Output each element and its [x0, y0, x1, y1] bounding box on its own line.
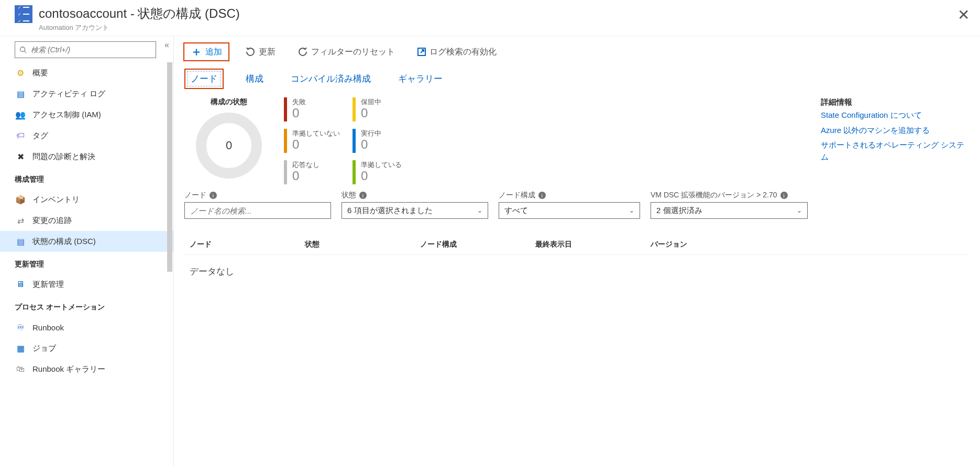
legend-pending: 保留中0	[353, 97, 402, 121]
button-label: 更新	[259, 47, 276, 58]
col-lastseen[interactable]: 最終表示日	[535, 240, 651, 249]
sidebar-item-dsc[interactable]: ▤状態の構成 (DSC)	[0, 231, 173, 252]
col-state[interactable]: 状態	[305, 240, 420, 249]
info-icon[interactable]: i	[359, 192, 367, 199]
tabs: ノード 構成 コンパイル済み構成 ギャラリー	[174, 69, 980, 89]
filter-node: ノードi	[184, 191, 331, 219]
enable-log-search-button[interactable]: ログ検索の有効化	[411, 42, 503, 61]
sidebar-item-label: 問題の診断と解決	[32, 152, 95, 162]
button-label: 追加	[205, 47, 222, 58]
toolbar: ＋追加 更新 フィルターのリセット ログ検索の有効化	[174, 36, 980, 65]
log-icon: ▤	[15, 88, 26, 99]
sidebar-item-diagnose[interactable]: ✖問題の診断と解決	[0, 146, 173, 167]
sidebar-item-runbook-gallery[interactable]: 🛍Runbook ギャラリー	[0, 359, 173, 380]
donut-total: 0	[192, 109, 266, 182]
bag-icon: 🛍	[15, 363, 26, 375]
legend-running: 実行中0	[353, 129, 402, 153]
tab-gallery[interactable]: ギャラリー	[393, 70, 448, 88]
filter-version: VM DSC 拡張機能のバージョン > 2.70i 2 個選択済み⌄	[651, 191, 808, 219]
change-icon: ⇄	[15, 215, 26, 226]
plus-icon: ＋	[191, 44, 202, 60]
version-select[interactable]: 2 個選択済み⌄	[651, 202, 808, 219]
filter-label: VM DSC 拡張機能のバージョン > 2.70	[651, 191, 777, 200]
table-header: ノード 状態 ノード構成 最終表示日 バージョン	[184, 235, 967, 254]
chevron-down-icon: ⌄	[797, 207, 802, 214]
status-legend: 失敗0 準拠していない0 応答なし0 保留中0 実行中0 準拠している0	[284, 97, 402, 184]
nodecfg-select[interactable]: すべて⌄	[499, 202, 640, 219]
legend-compliant: 準拠している0	[353, 160, 402, 184]
sidebar-item-label: 更新管理	[32, 280, 64, 290]
info-title: 詳細情報	[821, 97, 967, 107]
refresh-icon	[298, 47, 308, 57]
sidebar-item-label: タグ	[32, 131, 48, 141]
node-search-input[interactable]	[184, 202, 331, 219]
legend-noncompliant: 準拠していない0	[284, 129, 340, 153]
chevron-down-icon: ⌄	[629, 207, 634, 214]
chevron-down-icon: ⌄	[477, 207, 482, 214]
sidebar-section-process-automation: プロセス オートメーション	[0, 298, 173, 317]
status-summary: 構成の状態 0	[184, 97, 273, 184]
status-title: 構成の状態	[184, 97, 273, 107]
sidebar-search[interactable]	[15, 41, 156, 58]
tools-icon: ✖	[15, 151, 26, 162]
sidebar-item-tags[interactable]: 🏷タグ	[0, 125, 173, 146]
tab-compiled-config[interactable]: コンパイル済み構成	[285, 70, 376, 88]
sidebar-item-label: 変更の追跡	[32, 216, 72, 226]
info-link-supported-os[interactable]: サポートされるオペレーティング システム	[821, 139, 967, 163]
sidebar-item-inventory[interactable]: 📦インベントリ	[0, 189, 173, 210]
grid-icon: ▦	[15, 342, 26, 354]
sidebar-section-update-mgmt: 更新管理	[0, 255, 173, 274]
sidebar-item-overview[interactable]: ⚙概要	[0, 62, 173, 83]
info-panel: 詳細情報 State Configuration について Azure 以外のマ…	[821, 97, 967, 184]
box-icon: 📦	[15, 194, 26, 205]
people-icon: 👥	[15, 109, 26, 120]
sidebar-item-label: Runbook ギャラリー	[32, 364, 105, 374]
info-icon[interactable]: i	[538, 192, 546, 199]
filter-label: ノード	[184, 191, 206, 200]
sidebar-item-runbook[interactable]: ♾Runbook	[0, 317, 173, 338]
tab-config[interactable]: 構成	[240, 70, 269, 88]
filter-label: 状態	[342, 191, 356, 200]
sidebar-item-label: Runbook	[32, 323, 64, 332]
sidebar-section-config-mgmt: 構成管理	[0, 170, 173, 189]
page-title: contosoaccount - 状態の構成 (DSC)	[39, 5, 240, 22]
info-icon[interactable]: i	[210, 192, 217, 199]
info-icon[interactable]: i	[780, 192, 788, 199]
automation-account-icon: ✓ ✓ ✓	[15, 5, 32, 23]
filter-node-config: ノード構成i すべて⌄	[499, 191, 640, 219]
svg-line-1	[25, 51, 27, 53]
filter-state: 状態i 6 項目が選択されました⌄	[342, 191, 488, 219]
sidebar-item-label: インベントリ	[32, 195, 80, 205]
tab-nodes[interactable]: ノード	[184, 69, 224, 89]
sidebar-item-iam[interactable]: 👥アクセス制御 (IAM)	[0, 104, 173, 125]
button-label: フィルターのリセット	[311, 47, 395, 58]
nodes-table: ノード 状態 ノード構成 最終表示日 バージョン データなし	[174, 219, 980, 288]
reset-filter-button[interactable]: フィルターのリセット	[291, 42, 401, 61]
filter-bar: ノードi 状態i 6 項目が選択されました⌄ ノード構成i すべて⌄ VM DS…	[174, 184, 980, 219]
sidebar-scrollbar[interactable]	[167, 62, 172, 272]
table-empty-message: データなし	[184, 254, 967, 288]
info-link-add-nonazure[interactable]: Azure 以外のマシンを追加する	[821, 125, 967, 137]
legend-failed: 失敗0	[284, 97, 340, 121]
select-value: 6 項目が選択されました	[347, 206, 433, 216]
info-link-about[interactable]: State Configuration について	[821, 109, 967, 121]
col-node[interactable]: ノード	[190, 240, 305, 249]
sidebar-item-jobs[interactable]: ▦ジョブ	[0, 338, 173, 359]
state-select[interactable]: 6 項目が選択されました⌄	[342, 202, 488, 219]
refresh-button[interactable]: 更新	[239, 42, 282, 61]
sidebar-item-activity-log[interactable]: ▤アクティビティ ログ	[0, 83, 173, 104]
close-button[interactable]: ✕	[957, 6, 970, 24]
col-version[interactable]: バージョン	[651, 240, 745, 249]
page-subtitle: Automation アカウント	[39, 23, 240, 32]
donut-chart: 0	[192, 109, 266, 182]
sidebar-search-input[interactable]	[30, 45, 151, 54]
collapse-sidebar-button[interactable]: «	[164, 40, 169, 50]
sidebar-item-update-mgmt[interactable]: 🖥更新管理	[0, 274, 173, 295]
tag-icon: 🏷	[15, 130, 26, 141]
main-content: ＋追加 更新 フィルターのリセット ログ検索の有効化 ノード 構成 コンパイル済…	[174, 36, 980, 466]
monitor-icon: 🖥	[15, 279, 26, 290]
select-value: すべて	[504, 206, 528, 216]
sidebar-item-change-tracking[interactable]: ⇄変更の追跡	[0, 210, 173, 231]
add-button[interactable]: ＋追加	[183, 42, 229, 61]
col-nodecfg[interactable]: ノード構成	[420, 240, 535, 249]
